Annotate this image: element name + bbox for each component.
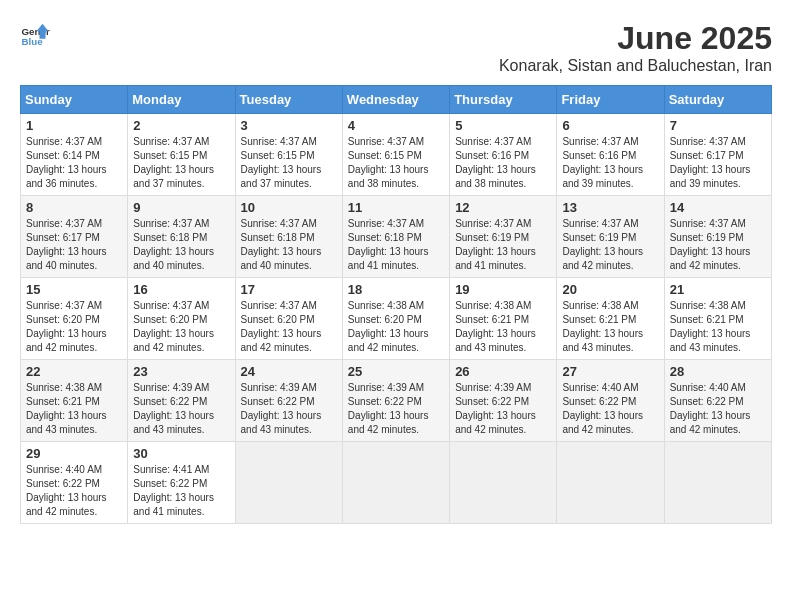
day-number: 13 (562, 200, 658, 215)
day-header-wednesday: Wednesday (342, 86, 449, 114)
day-cell: 27Sunrise: 4:40 AM Sunset: 6:22 PM Dayli… (557, 360, 664, 442)
day-number: 14 (670, 200, 766, 215)
day-cell (557, 442, 664, 524)
day-cell: 13Sunrise: 4:37 AM Sunset: 6:19 PM Dayli… (557, 196, 664, 278)
month-title: June 2025 (499, 20, 772, 57)
logo: General Blue (20, 20, 50, 50)
day-cell: 17Sunrise: 4:37 AM Sunset: 6:20 PM Dayli… (235, 278, 342, 360)
day-number: 18 (348, 282, 444, 297)
day-info: Sunrise: 4:39 AM Sunset: 6:22 PM Dayligh… (241, 381, 337, 437)
day-info: Sunrise: 4:41 AM Sunset: 6:22 PM Dayligh… (133, 463, 229, 519)
day-info: Sunrise: 4:37 AM Sunset: 6:20 PM Dayligh… (26, 299, 122, 355)
day-info: Sunrise: 4:38 AM Sunset: 6:21 PM Dayligh… (455, 299, 551, 355)
day-cell: 15Sunrise: 4:37 AM Sunset: 6:20 PM Dayli… (21, 278, 128, 360)
day-cell: 30Sunrise: 4:41 AM Sunset: 6:22 PM Dayli… (128, 442, 235, 524)
day-cell: 14Sunrise: 4:37 AM Sunset: 6:19 PM Dayli… (664, 196, 771, 278)
day-info: Sunrise: 4:37 AM Sunset: 6:17 PM Dayligh… (26, 217, 122, 273)
day-info: Sunrise: 4:39 AM Sunset: 6:22 PM Dayligh… (133, 381, 229, 437)
day-info: Sunrise: 4:37 AM Sunset: 6:19 PM Dayligh… (455, 217, 551, 273)
day-info: Sunrise: 4:39 AM Sunset: 6:22 PM Dayligh… (455, 381, 551, 437)
day-info: Sunrise: 4:40 AM Sunset: 6:22 PM Dayligh… (670, 381, 766, 437)
day-cell: 26Sunrise: 4:39 AM Sunset: 6:22 PM Dayli… (450, 360, 557, 442)
day-header-friday: Friday (557, 86, 664, 114)
day-info: Sunrise: 4:38 AM Sunset: 6:21 PM Dayligh… (562, 299, 658, 355)
day-cell: 1Sunrise: 4:37 AM Sunset: 6:14 PM Daylig… (21, 114, 128, 196)
day-cell (342, 442, 449, 524)
day-cell: 20Sunrise: 4:38 AM Sunset: 6:21 PM Dayli… (557, 278, 664, 360)
day-cell: 12Sunrise: 4:37 AM Sunset: 6:19 PM Dayli… (450, 196, 557, 278)
day-cell: 3Sunrise: 4:37 AM Sunset: 6:15 PM Daylig… (235, 114, 342, 196)
week-row-5: 29Sunrise: 4:40 AM Sunset: 6:22 PM Dayli… (21, 442, 772, 524)
day-header-monday: Monday (128, 86, 235, 114)
day-info: Sunrise: 4:37 AM Sunset: 6:20 PM Dayligh… (241, 299, 337, 355)
day-info: Sunrise: 4:38 AM Sunset: 6:21 PM Dayligh… (670, 299, 766, 355)
day-cell: 23Sunrise: 4:39 AM Sunset: 6:22 PM Dayli… (128, 360, 235, 442)
day-header-tuesday: Tuesday (235, 86, 342, 114)
day-info: Sunrise: 4:40 AM Sunset: 6:22 PM Dayligh… (26, 463, 122, 519)
day-info: Sunrise: 4:37 AM Sunset: 6:15 PM Dayligh… (241, 135, 337, 191)
day-info: Sunrise: 4:37 AM Sunset: 6:18 PM Dayligh… (348, 217, 444, 273)
day-cell (664, 442, 771, 524)
day-cell (450, 442, 557, 524)
week-row-3: 15Sunrise: 4:37 AM Sunset: 6:20 PM Dayli… (21, 278, 772, 360)
day-number: 27 (562, 364, 658, 379)
day-header-saturday: Saturday (664, 86, 771, 114)
week-row-2: 8Sunrise: 4:37 AM Sunset: 6:17 PM Daylig… (21, 196, 772, 278)
day-number: 26 (455, 364, 551, 379)
day-info: Sunrise: 4:37 AM Sunset: 6:16 PM Dayligh… (455, 135, 551, 191)
week-row-4: 22Sunrise: 4:38 AM Sunset: 6:21 PM Dayli… (21, 360, 772, 442)
week-row-1: 1Sunrise: 4:37 AM Sunset: 6:14 PM Daylig… (21, 114, 772, 196)
day-cell: 2Sunrise: 4:37 AM Sunset: 6:15 PM Daylig… (128, 114, 235, 196)
day-number: 28 (670, 364, 766, 379)
day-number: 6 (562, 118, 658, 133)
day-cell: 9Sunrise: 4:37 AM Sunset: 6:18 PM Daylig… (128, 196, 235, 278)
day-number: 15 (26, 282, 122, 297)
day-cell: 22Sunrise: 4:38 AM Sunset: 6:21 PM Dayli… (21, 360, 128, 442)
calendar-table: SundayMondayTuesdayWednesdayThursdayFrid… (20, 85, 772, 524)
day-cell: 24Sunrise: 4:39 AM Sunset: 6:22 PM Dayli… (235, 360, 342, 442)
day-number: 23 (133, 364, 229, 379)
day-number: 25 (348, 364, 444, 379)
day-cell: 4Sunrise: 4:37 AM Sunset: 6:15 PM Daylig… (342, 114, 449, 196)
day-info: Sunrise: 4:37 AM Sunset: 6:20 PM Dayligh… (133, 299, 229, 355)
day-header-thursday: Thursday (450, 86, 557, 114)
day-info: Sunrise: 4:38 AM Sunset: 6:21 PM Dayligh… (26, 381, 122, 437)
day-number: 3 (241, 118, 337, 133)
day-info: Sunrise: 4:37 AM Sunset: 6:16 PM Dayligh… (562, 135, 658, 191)
day-cell: 19Sunrise: 4:38 AM Sunset: 6:21 PM Dayli… (450, 278, 557, 360)
day-info: Sunrise: 4:37 AM Sunset: 6:15 PM Dayligh… (133, 135, 229, 191)
day-number: 8 (26, 200, 122, 215)
day-cell: 16Sunrise: 4:37 AM Sunset: 6:20 PM Dayli… (128, 278, 235, 360)
day-number: 17 (241, 282, 337, 297)
day-info: Sunrise: 4:37 AM Sunset: 6:14 PM Dayligh… (26, 135, 122, 191)
day-header-sunday: Sunday (21, 86, 128, 114)
day-number: 4 (348, 118, 444, 133)
day-number: 2 (133, 118, 229, 133)
day-number: 5 (455, 118, 551, 133)
day-number: 21 (670, 282, 766, 297)
day-number: 29 (26, 446, 122, 461)
logo-icon: General Blue (20, 20, 50, 50)
day-number: 16 (133, 282, 229, 297)
day-number: 24 (241, 364, 337, 379)
day-info: Sunrise: 4:39 AM Sunset: 6:22 PM Dayligh… (348, 381, 444, 437)
header-row: SundayMondayTuesdayWednesdayThursdayFrid… (21, 86, 772, 114)
day-cell: 11Sunrise: 4:37 AM Sunset: 6:18 PM Dayli… (342, 196, 449, 278)
day-cell: 28Sunrise: 4:40 AM Sunset: 6:22 PM Dayli… (664, 360, 771, 442)
day-info: Sunrise: 4:37 AM Sunset: 6:17 PM Dayligh… (670, 135, 766, 191)
day-cell: 25Sunrise: 4:39 AM Sunset: 6:22 PM Dayli… (342, 360, 449, 442)
day-info: Sunrise: 4:37 AM Sunset: 6:19 PM Dayligh… (562, 217, 658, 273)
day-info: Sunrise: 4:37 AM Sunset: 6:15 PM Dayligh… (348, 135, 444, 191)
day-cell: 29Sunrise: 4:40 AM Sunset: 6:22 PM Dayli… (21, 442, 128, 524)
day-info: Sunrise: 4:37 AM Sunset: 6:18 PM Dayligh… (133, 217, 229, 273)
day-cell: 5Sunrise: 4:37 AM Sunset: 6:16 PM Daylig… (450, 114, 557, 196)
day-info: Sunrise: 4:40 AM Sunset: 6:22 PM Dayligh… (562, 381, 658, 437)
title-section: June 2025 Konarak, Sistan and Baluchesta… (499, 20, 772, 75)
day-number: 30 (133, 446, 229, 461)
day-number: 11 (348, 200, 444, 215)
day-info: Sunrise: 4:37 AM Sunset: 6:18 PM Dayligh… (241, 217, 337, 273)
day-number: 7 (670, 118, 766, 133)
day-cell: 7Sunrise: 4:37 AM Sunset: 6:17 PM Daylig… (664, 114, 771, 196)
day-info: Sunrise: 4:37 AM Sunset: 6:19 PM Dayligh… (670, 217, 766, 273)
day-info: Sunrise: 4:38 AM Sunset: 6:20 PM Dayligh… (348, 299, 444, 355)
